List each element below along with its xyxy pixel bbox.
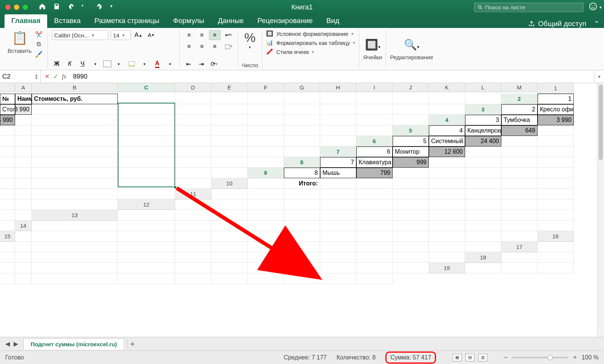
row-header[interactable]: 12 [118, 199, 175, 210]
cell[interactable] [15, 115, 32, 125]
tab-page-layout[interactable]: Разметка страницы [88, 14, 166, 28]
cell[interactable] [538, 210, 574, 221]
cell[interactable] [248, 125, 284, 136]
cell[interactable] [393, 242, 429, 252]
cell[interactable] [393, 210, 429, 221]
fill-color-button[interactable] [126, 59, 137, 68]
cell[interactable] [175, 178, 211, 189]
cell[interactable] [320, 252, 356, 263]
select-all-corner[interactable] [0, 83, 15, 92]
column-header[interactable]: F [248, 83, 284, 92]
cell[interactable] [356, 104, 393, 115]
selection-fill-handle[interactable] [174, 186, 177, 189]
cell[interactable] [118, 147, 175, 157]
cell[interactable] [538, 125, 574, 136]
cell[interactable] [175, 136, 211, 147]
cell[interactable] [118, 210, 175, 221]
underline-dropdown-icon[interactable]: ▾ [90, 59, 101, 68]
cell[interactable] [465, 189, 501, 199]
cell[interactable] [32, 242, 118, 252]
cell-styles-button[interactable]: 🖍️Стили ячеек [266, 48, 355, 55]
cell[interactable] [32, 115, 118, 125]
align-top-left[interactable]: ≡ [183, 30, 195, 40]
cell[interactable] [248, 115, 284, 125]
cell[interactable] [356, 231, 393, 242]
column-header[interactable]: L [465, 83, 501, 92]
cell[interactable] [0, 221, 15, 231]
sheet-tab-active[interactable]: Подсчет суммы (microexcel.ru) [23, 338, 124, 350]
cell[interactable]: Клавиатура [356, 157, 393, 168]
cell[interactable] [15, 136, 32, 147]
cell[interactable] [32, 178, 118, 189]
cell[interactable] [175, 210, 211, 221]
cell[interactable]: Монитор [393, 147, 429, 157]
cell[interactable] [0, 189, 15, 199]
cell[interactable] [356, 178, 393, 189]
cell[interactable] [465, 94, 501, 104]
cell[interactable] [118, 273, 175, 284]
row-header[interactable]: 9 [248, 168, 284, 178]
name-box-stepper[interactable]: ▲▼ [35, 74, 38, 80]
expand-formula-bar-icon[interactable]: ▼ [594, 70, 604, 83]
cell[interactable] [211, 147, 248, 157]
cell[interactable] [320, 210, 356, 221]
cell[interactable] [248, 231, 284, 242]
cell[interactable] [393, 231, 429, 242]
fx-icon[interactable]: fx [62, 73, 66, 80]
cell[interactable] [393, 263, 429, 273]
cell[interactable] [538, 199, 574, 210]
align-top-center[interactable]: ≡ [196, 30, 208, 40]
tab-data[interactable]: Данные [211, 14, 251, 28]
column-header[interactable]: C [118, 83, 175, 92]
cell[interactable] [118, 94, 175, 104]
tab-view[interactable]: Вид [319, 14, 346, 28]
borders-dropdown-icon[interactable]: ▾ [114, 59, 124, 68]
cell[interactable] [15, 189, 32, 199]
column-header[interactable]: M [501, 83, 538, 92]
cell[interactable] [175, 115, 211, 125]
cell[interactable] [501, 252, 538, 263]
cell[interactable] [320, 94, 356, 104]
home-icon[interactable] [39, 3, 46, 12]
cell[interactable] [211, 125, 248, 136]
cell[interactable] [429, 94, 465, 104]
sheet-nav-next-icon[interactable]: ▶ [14, 340, 18, 347]
cell[interactable] [118, 178, 175, 189]
cell[interactable] [32, 125, 118, 136]
paste-label[interactable]: Вставить [8, 48, 32, 54]
cell[interactable] [429, 189, 465, 199]
row-header[interactable]: 7 [320, 147, 356, 157]
font-color-button[interactable]: A [152, 59, 163, 68]
cell[interactable] [175, 125, 211, 136]
cell[interactable] [538, 136, 574, 147]
increase-font-icon[interactable]: A▲ [133, 31, 144, 40]
zoom-out-button[interactable]: − [504, 354, 507, 361]
cell[interactable]: Итого: [284, 178, 320, 189]
cell[interactable] [248, 136, 284, 147]
cell[interactable] [284, 94, 320, 104]
cell[interactable] [211, 104, 248, 115]
cells-icon[interactable]: 🔲▾ [365, 39, 381, 51]
cell[interactable] [356, 252, 393, 263]
font-size-select[interactable]: 14▼ [111, 30, 131, 40]
cell[interactable] [211, 273, 248, 284]
cell[interactable]: Наименование [15, 94, 32, 104]
cell[interactable]: Канцелярский набор [465, 125, 501, 136]
format-as-table-button[interactable]: 📊Форматировать как таблицу [266, 39, 355, 46]
cell[interactable] [501, 189, 538, 199]
undo-icon[interactable] [67, 3, 75, 12]
row-header[interactable]: 8 [284, 157, 320, 168]
cell[interactable] [211, 263, 248, 273]
cell[interactable]: 12 600 [429, 147, 465, 157]
cell[interactable] [15, 157, 32, 168]
column-header[interactable]: H [320, 83, 356, 92]
cell[interactable]: 4 990 [0, 115, 15, 125]
cell[interactable] [0, 273, 15, 284]
cell[interactable] [118, 115, 175, 125]
cell[interactable] [538, 189, 574, 199]
cell[interactable] [393, 221, 429, 231]
column-header[interactable]: B [32, 83, 118, 92]
cell[interactable] [248, 273, 284, 284]
tab-formulas[interactable]: Формулы [166, 14, 211, 28]
merge-cells-button[interactable]: ⬚ [223, 42, 234, 51]
